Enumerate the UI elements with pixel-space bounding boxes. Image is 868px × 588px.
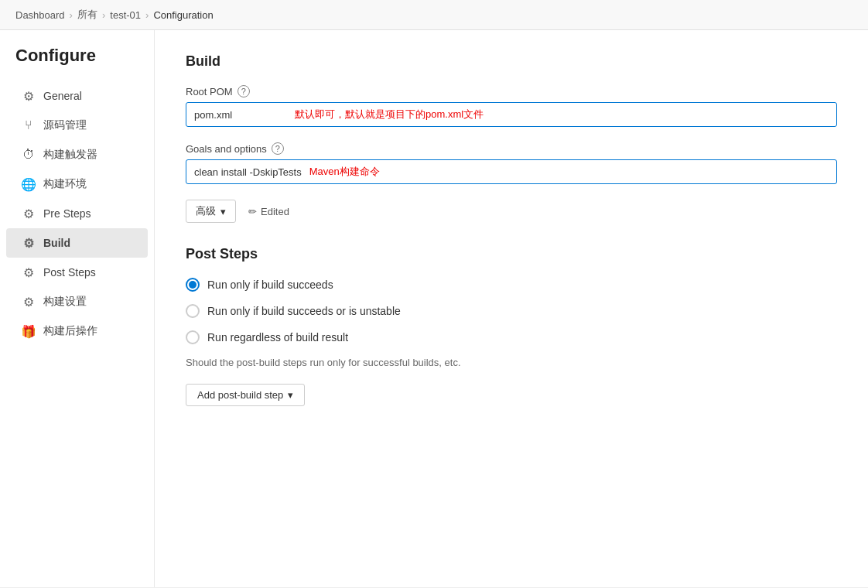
post-steps-section: Post Steps Run only if build succeedsRun…: [186, 246, 837, 406]
sidebar-item-env[interactable]: 🌐构建环境: [6, 169, 148, 199]
breadcrumb-current: Configuration: [153, 9, 213, 21]
post-steps-title: Post Steps: [186, 246, 837, 262]
add-step-chevron-icon: ▾: [288, 389, 293, 401]
advanced-button-label: 高级: [196, 204, 216, 218]
sidebar-label-env: 构建环境: [43, 177, 87, 191]
breadcrumb-project[interactable]: test-01: [110, 9, 141, 21]
breadcrumb-dashboard[interactable]: Dashboard: [15, 9, 65, 21]
trigger-icon: ⏱: [22, 148, 36, 162]
presteps-icon: ⚙: [22, 207, 36, 220]
sidebar-label-build: Build: [43, 237, 70, 249]
buildsettings-icon: ⚙: [22, 295, 36, 309]
sidebar-label-postbuild: 构建后操作: [43, 324, 97, 338]
sidebar-label-presteps: Pre Steps: [43, 207, 91, 220]
goals-label: Goals and options: [186, 143, 267, 155]
sidebar-item-postbuild[interactable]: 🎁构建后操作: [6, 316, 148, 346]
goals-help-icon[interactable]: ?: [272, 142, 284, 155]
sidebar-label-buildsettings: 构建设置: [43, 295, 87, 309]
sidebar-item-source[interactable]: ⑂源码管理: [6, 111, 148, 140]
goals-input[interactable]: clean install -DskipTests Maven构建命令: [186, 159, 837, 184]
breadcrumb: Dashboard › 所有 › test-01 › Configuration: [0, 0, 868, 30]
root-pom-label-row: Root POM ?: [186, 85, 837, 97]
sidebar-label-general: General: [43, 90, 82, 102]
goals-group: Goals and options ? clean install -Dskip…: [186, 142, 837, 184]
sidebar-label-poststeps: Post Steps: [43, 266, 96, 279]
root-pom-help-icon[interactable]: ?: [238, 85, 250, 97]
sidebar: Configure ⚙General⑂源码管理⏱构建触发器🌐构建环境⚙Pre S…: [0, 30, 155, 587]
sidebar-item-buildsettings[interactable]: ⚙构建设置: [6, 287, 148, 316]
build-section-title: Build: [186, 53, 837, 70]
root-pom-label: Root POM: [186, 86, 233, 97]
sidebar-item-build[interactable]: ⚙Build: [6, 228, 148, 258]
root-pom-input[interactable]: pom.xml 默认即可，默认就是项目下的pom.xml文件: [186, 102, 837, 127]
advanced-chevron-icon: ▾: [220, 206, 226, 217]
env-icon: 🌐: [22, 177, 36, 191]
radio-label-success_unstable: Run only if build succeeds or is unstabl…: [207, 305, 401, 317]
add-step-label: Add post-build step: [197, 389, 283, 401]
edited-row: ✏ Edited: [248, 206, 289, 217]
radio-option-success_unstable[interactable]: Run only if build succeeds or is unstabl…: [186, 304, 837, 318]
goals-label-row: Goals and options ?: [186, 142, 837, 155]
build-section: Build Root POM ? pom.xml 默认即可，默认就是项目下的po…: [186, 53, 837, 223]
sidebar-item-poststeps[interactable]: ⚙Post Steps: [6, 258, 148, 287]
radio-option-regardless[interactable]: Run regardless of build result: [186, 330, 837, 344]
build-icon: ⚙: [22, 236, 36, 250]
edit-pencil-icon: ✏: [248, 206, 257, 217]
breadcrumb-all[interactable]: 所有: [77, 8, 97, 22]
radio-circle-success: [186, 278, 200, 292]
source-icon: ⑂: [22, 118, 36, 132]
goals-annotation: Maven构建命令: [309, 165, 380, 179]
postbuild-icon: 🎁: [22, 324, 36, 338]
post-steps-hint: Should the post-build steps run only for…: [186, 357, 837, 368]
general-icon: ⚙: [22, 89, 36, 103]
add-post-build-step-button[interactable]: Add post-build step ▾: [186, 384, 305, 406]
radio-option-success[interactable]: Run only if build succeeds: [186, 278, 837, 292]
main-content: Build Root POM ? pom.xml 默认即可，默认就是项目下的po…: [155, 30, 868, 587]
sidebar-item-trigger[interactable]: ⏱构建触发器: [6, 140, 148, 169]
root-pom-annotation: 默认即可，默认就是项目下的pom.xml文件: [295, 108, 484, 121]
advanced-button[interactable]: 高级 ▾: [186, 200, 236, 223]
root-pom-group: Root POM ? pom.xml 默认即可，默认就是项目下的pom.xml文…: [186, 85, 837, 127]
edited-label-text: Edited: [261, 206, 289, 217]
radio-circle-success_unstable: [186, 304, 200, 318]
post-steps-radio-group: Run only if build succeedsRun only if bu…: [186, 278, 837, 344]
sidebar-label-source: 源码管理: [43, 118, 87, 132]
sidebar-title: Configure: [0, 46, 154, 81]
build-actions-row: 高级 ▾ ✏ Edited: [186, 200, 837, 223]
sidebar-item-presteps[interactable]: ⚙Pre Steps: [6, 199, 148, 228]
goals-value: clean install -DskipTests: [194, 166, 302, 178]
poststeps-icon: ⚙: [22, 265, 36, 279]
sidebar-label-trigger: 构建触发器: [43, 148, 97, 162]
radio-label-success: Run only if build succeeds: [207, 279, 333, 291]
root-pom-value: pom.xml: [194, 109, 287, 121]
radio-circle-regardless: [186, 330, 200, 344]
radio-label-regardless: Run regardless of build result: [207, 331, 348, 344]
sidebar-item-general[interactable]: ⚙General: [6, 81, 148, 111]
